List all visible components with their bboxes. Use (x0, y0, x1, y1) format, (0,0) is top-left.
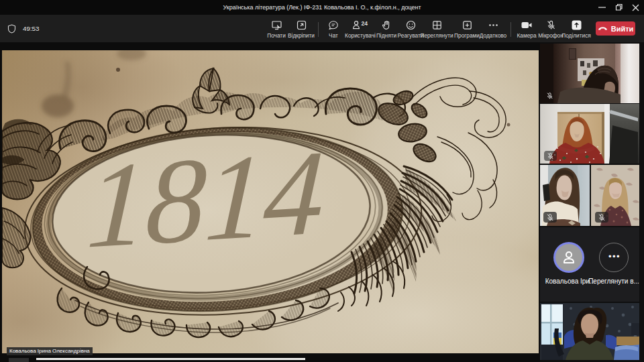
svg-text:24: 24 (362, 20, 368, 27)
svg-text:1814: 1814 (85, 125, 326, 274)
